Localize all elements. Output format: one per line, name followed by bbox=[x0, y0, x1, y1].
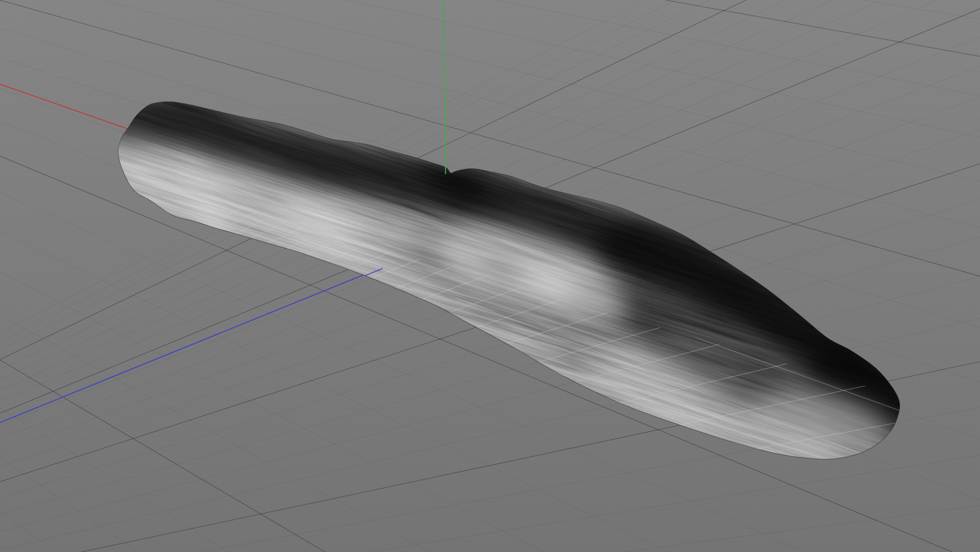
viewport-3d[interactable] bbox=[0, 0, 980, 552]
viewport-canvas[interactable] bbox=[0, 0, 980, 552]
viewport-canvas[interactable] bbox=[0, 0, 980, 552]
